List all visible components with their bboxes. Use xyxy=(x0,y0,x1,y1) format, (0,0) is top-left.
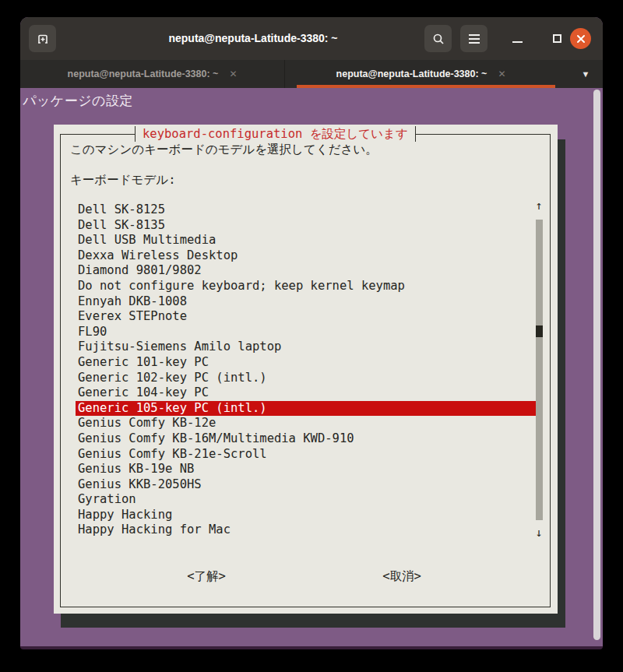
keyboard-model-list: Dell SK-8125Dell SK-8135Dell USB Multime… xyxy=(76,202,542,538)
list-item[interactable]: Ennyah DKB-1008 xyxy=(76,294,542,310)
close-icon xyxy=(576,34,586,44)
window-title: neputa@neputa-Latitude-3380: ~ xyxy=(83,17,424,60)
new-tab-button[interactable] xyxy=(29,25,56,52)
list-item[interactable]: Happy Hacking for Mac xyxy=(76,522,542,538)
search-icon xyxy=(431,32,445,46)
list-item[interactable]: FL90 xyxy=(76,325,542,340)
terminal-screen[interactable]: パッケージの設定 keyboard-configuration を設定しています… xyxy=(20,88,603,646)
new-tab-icon xyxy=(36,32,50,46)
search-button[interactable] xyxy=(424,25,452,52)
tab-label: neputa@neputa-Latitude-3380: ~ xyxy=(336,69,487,79)
dialog-title: keyboard-configuration を設定しています xyxy=(135,126,416,142)
maximize-button[interactable] xyxy=(545,25,568,52)
list-item[interactable]: Genius Comfy KB-12e xyxy=(76,416,542,431)
dialog-list-scrollbar[interactable]: ↑ ↓ xyxy=(533,199,545,539)
debconf-screen-title: パッケージの設定 xyxy=(23,92,133,110)
scrollbar-track[interactable] xyxy=(536,220,543,520)
hamburger-menu-icon xyxy=(469,34,480,44)
scroll-down-icon[interactable]: ↓ xyxy=(533,526,545,539)
terminal-scrollbar[interactable] xyxy=(593,90,600,640)
scrollbar-thumb[interactable] xyxy=(536,325,543,337)
close-button[interactable] xyxy=(570,28,591,49)
scroll-up-icon[interactable]: ↑ xyxy=(533,199,545,212)
terminal-window: neputa@neputa-Latitude-3380: ~ xyxy=(20,17,603,649)
keyboard-configuration-dialog: keyboard-configuration を設定しています このマシンのキー… xyxy=(54,125,558,614)
tab-close-icon[interactable]: ✕ xyxy=(498,69,505,79)
minimize-button[interactable] xyxy=(505,25,529,52)
list-item[interactable]: Dexxa Wireless Desktop xyxy=(76,248,542,264)
tab-close-icon[interactable]: ✕ xyxy=(229,69,237,79)
list-item[interactable]: Dell SK-8135 xyxy=(76,218,542,234)
keyboard-model-label: キーボードモデル: xyxy=(70,172,176,188)
list-item[interactable]: Diamond 9801/9802 xyxy=(76,263,542,279)
list-item[interactable]: Generic 101-key PC xyxy=(76,355,542,371)
list-item[interactable]: Do not configure keyboard; keep kernel k… xyxy=(76,279,542,294)
list-item[interactable]: Genius KB-19e NB xyxy=(76,462,542,477)
list-item[interactable]: Dell SK-8125 xyxy=(76,202,542,218)
ok-button[interactable]: <了解> xyxy=(187,569,226,584)
list-item[interactable]: Genius Comfy KB-21e-Scroll xyxy=(76,447,542,463)
list-item[interactable]: Generic 104-key PC xyxy=(76,385,542,401)
maximize-icon xyxy=(553,34,561,43)
list-item[interactable]: Everex STEPnote xyxy=(76,309,542,325)
tab-bar: neputa@neputa-Latitude-3380: ~ ✕ neputa@… xyxy=(20,60,603,88)
list-item[interactable]: Fujitsu-Siemens Amilo laptop xyxy=(76,340,542,355)
dialog-prompt: このマシンのキーボードのモデルを選択してください。 xyxy=(70,142,378,158)
list-item[interactable]: Gyration xyxy=(76,492,542,508)
tab-list-dropdown-button[interactable]: ▼ xyxy=(575,60,596,88)
list-item[interactable]: Genius KKB-2050HS xyxy=(76,477,542,493)
cancel-button[interactable]: <取消> xyxy=(382,569,421,584)
list-item[interactable]: Generic 102-key PC (intl.) xyxy=(76,371,542,386)
tab-label: neputa@neputa-Latitude-3380: ~ xyxy=(68,69,219,79)
chevron-down-icon: ▼ xyxy=(582,69,590,79)
menu-button[interactable] xyxy=(460,25,487,52)
headerbar: neputa@neputa-Latitude-3380: ~ xyxy=(20,17,603,60)
minimize-icon xyxy=(512,41,523,43)
list-item[interactable]: Genius Comfy KB-16M/Multimedia KWD-910 xyxy=(76,431,542,447)
list-item[interactable]: Dell USB Multimedia xyxy=(76,233,542,248)
tab-terminal-1[interactable]: neputa@neputa-Latitude-3380: ~ ✕ xyxy=(20,60,285,88)
tab-terminal-2-active[interactable]: neputa@neputa-Latitude-3380: ~ ✕ xyxy=(286,60,556,88)
list-item[interactable]: Happy Hacking xyxy=(76,508,542,523)
list-item[interactable]: Generic 105-key PC (intl.) xyxy=(76,401,542,417)
